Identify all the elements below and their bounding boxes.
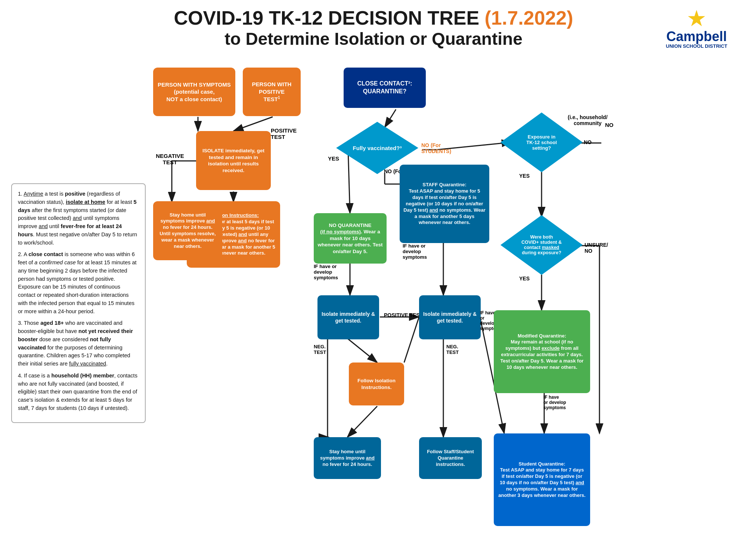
- positive-test-text: PERSON WITHPOSITIVETEST1: [252, 81, 292, 103]
- isolate-left-text: Isolate immediately & get tested.: [321, 311, 375, 324]
- svg-line-21: [347, 406, 377, 437]
- stay-home-left-text: Stay home until symptoms improve and no …: [157, 212, 218, 250]
- node-follow-staff: Follow Staff/Student Quarantine instruct…: [419, 437, 482, 479]
- title-date: (1.7.2022): [485, 7, 573, 29]
- staff-quarantine-text: STAFF Quarantine:Test ASAP and stay home…: [403, 182, 486, 226]
- svg-line-8: [348, 150, 350, 213]
- node-stay-home-left: Stay home until symptoms improve and no …: [153, 201, 222, 260]
- follow-staff-text: Follow Staff/Student Quarantine instruct…: [423, 449, 478, 468]
- footnote-4: 4. If case is a household (HH) member, c…: [18, 372, 139, 413]
- neg-test-label-2: NEG.TEST: [446, 344, 459, 355]
- node-both-masked: Were bothCOVID+ student &contact maskedd…: [500, 215, 583, 275]
- footnotes: 1. Anytime a test is positive (regardles…: [11, 183, 146, 423]
- negative-test-label: NEGATIVETEST: [153, 153, 187, 165]
- close-contact-text: CLOSE CONTACT²:QUARANTINE?: [357, 80, 412, 96]
- no-quarantine-text: NO QUARANTINE(if no symptoms). Wear a ma…: [317, 222, 383, 255]
- node-symptoms: PERSON WITH SYMPTOMS(potential case,NOT …: [153, 68, 235, 116]
- if-symptoms-label-1: IF have ordevelopsymptoms: [314, 264, 338, 280]
- node-close-contact: CLOSE CONTACT²:QUARANTINE?: [344, 68, 426, 108]
- yes-label-2: YES: [519, 173, 530, 179]
- student-quarantine-text: Student Quarantine:Test ASAP and stay ho…: [498, 461, 586, 499]
- yes-label-1: YES: [328, 155, 339, 162]
- node-isolate-right: Isolate immediately & get tested.: [419, 295, 481, 339]
- isolate-right-text: Isolate immediately & get tested.: [423, 311, 477, 324]
- flowchart: PERSON WITH SYMPTOMS(potential case,NOT …: [153, 56, 736, 534]
- node-staff-quarantine: STAFF Quarantine:Test ASAP and stay home…: [400, 165, 489, 243]
- node-stay-home-bottom: Stay home until symptoms improve and no …: [314, 437, 381, 479]
- modified-quarantine-text: Modified Quarantine:May remain at school…: [498, 333, 586, 371]
- node-isolate-left: Isolate immediately & get tested.: [317, 295, 379, 339]
- fully-vacc-text: Fully vaccinated?³: [353, 145, 402, 151]
- node-positive-test: PERSON WITHPOSITIVETEST1: [243, 68, 301, 116]
- footnote-3: 3. Those aged 18+ who are vaccinated and…: [18, 319, 139, 368]
- main-title: COVID-19 TK-12 DECISION TREE (1.7.2022): [11, 7, 736, 29]
- follow-isolation-text: Follow Isolation Instructions.: [352, 377, 401, 391]
- subtitle: to Determine Isolation or Quarantine: [11, 29, 736, 49]
- footnote-1: 1. Anytime a test is positive (regardles…: [18, 190, 139, 247]
- svg-line-16: [404, 317, 419, 363]
- logo-sub: UNION SCHOOL DISTRICT: [665, 43, 728, 49]
- if-symptoms-label-2: IF have ordevelopsymptoms: [403, 243, 427, 260]
- positive-test-mid-label: POSITIVE TEST: [384, 312, 423, 318]
- svg-line-4: [233, 117, 273, 131]
- node-follow-isolation: Follow Isolation Instructions.: [349, 363, 404, 405]
- header: COVID-19 TK-12 DECISION TREE (1.7.2022) …: [11, 7, 736, 49]
- exposure-diamond-text: Exposure inTK-12 schoolsetting?: [519, 127, 564, 158]
- logo-area: ★ Campbell UNION SCHOOL DISTRICT: [665, 7, 728, 49]
- node-no-quarantine: NO QUARANTINE(if no symptoms). Wear a ma…: [314, 213, 387, 264]
- no-for-students-label: NO (ForSTUDENTS): [421, 142, 451, 154]
- logo-star-icon: ★: [665, 7, 728, 30]
- neg-test-label-1: NEG.TEST: [314, 344, 326, 355]
- node-student-quarantine: Student Quarantine:Test ASAP and stay ho…: [494, 433, 590, 526]
- logo-name: Campbell: [665, 30, 728, 43]
- symptoms-text: PERSON WITH SYMPTOMS(potential case,NOT …: [158, 81, 231, 103]
- footnote-2: 2. A close contact is someone who was wi…: [18, 251, 139, 315]
- svg-line-7: [385, 109, 396, 127]
- no-label-top: NO: [605, 122, 614, 128]
- household-label: (i.e., household/community: [568, 114, 608, 126]
- node-isolate: ISOLATE immediately, get tested and rema…: [196, 131, 271, 190]
- stay-home-bottom-text: Stay home until symptoms improve and no …: [317, 449, 377, 468]
- unsure-no-label: UNSURE/NO: [585, 242, 608, 254]
- no-label-exposure: NO: [584, 139, 592, 145]
- title-text: COVID-19 TK-12 DECISION TREE: [174, 7, 484, 29]
- positive-test-label: POSITIVETEST: [271, 127, 297, 140]
- if-symptoms-label-4: IF haveor developsymptoms: [543, 395, 566, 410]
- page: COVID-19 TK-12 DECISION TREE (1.7.2022) …: [0, 0, 747, 560]
- isolate-text: ISOLATE immediately, get tested and rema…: [200, 147, 267, 174]
- main-content: 1. Anytime a test is positive (regardles…: [11, 56, 736, 534]
- both-masked-text: Were bothCOVID+ student &contact maskedd…: [514, 227, 569, 263]
- svg-line-15: [348, 339, 377, 363]
- yes-label-3: YES: [519, 276, 530, 281]
- node-modified-quarantine: Modified Quarantine:May remain at school…: [494, 310, 590, 393]
